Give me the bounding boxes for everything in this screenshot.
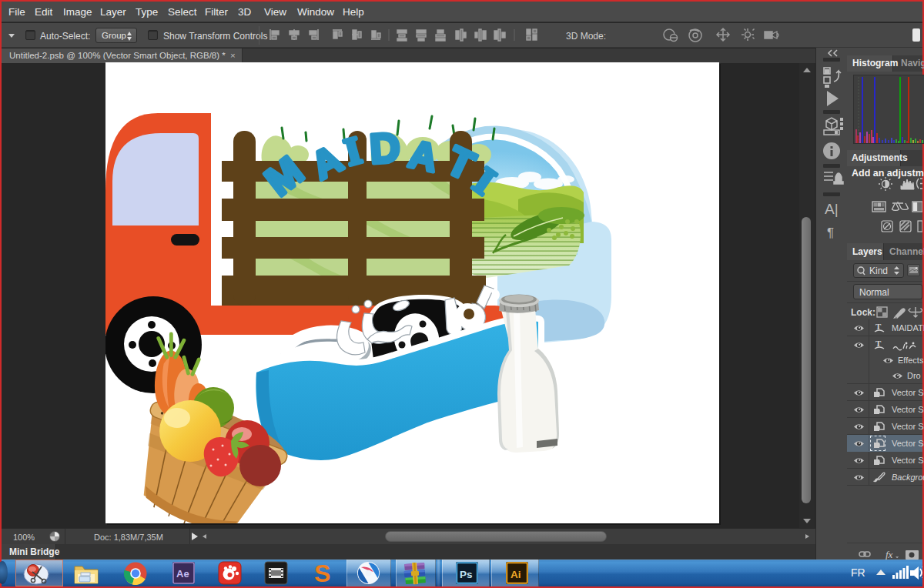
svg-text:FR: FR	[851, 566, 865, 579]
svg-text:Ps: Ps	[460, 569, 473, 580]
svg-text:S: S	[314, 560, 330, 586]
svg-text:¶: ¶	[827, 226, 834, 240]
svg-text:D: D	[368, 124, 401, 172]
svg-text:A|: A|	[825, 201, 839, 217]
svg-text:T: T	[875, 322, 882, 331]
svg-text:fx: fx	[886, 549, 893, 560]
svg-text:Ai: Ai	[511, 569, 521, 580]
svg-text:T: T	[875, 339, 882, 348]
svg-text:Ae: Ae	[176, 568, 189, 580]
